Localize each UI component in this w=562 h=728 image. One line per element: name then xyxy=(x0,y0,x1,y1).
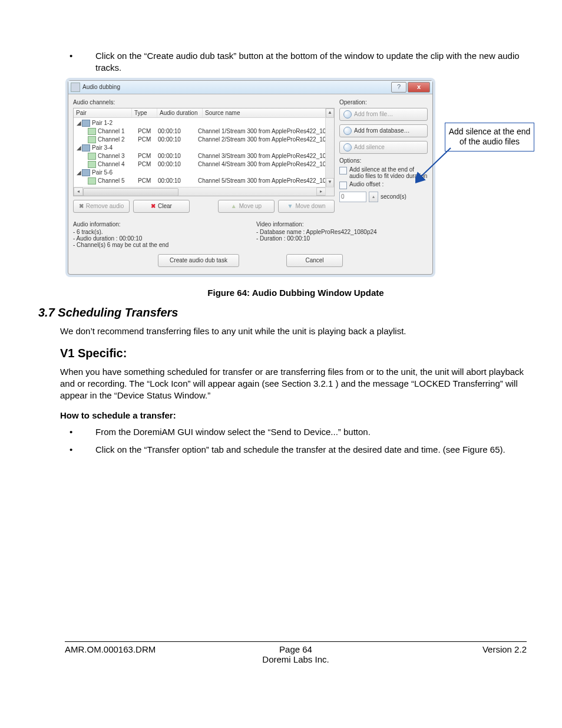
operation-label: Operation: xyxy=(339,99,428,106)
audio-dubbing-window: Audio dubbing ? x Audio channels: Pair T… xyxy=(68,80,433,275)
titlebar: Audio dubbing ? x xyxy=(68,81,432,94)
help-button[interactable]: ? xyxy=(391,82,406,93)
section-3-7-heading: 3.7 Scheduling Transfers xyxy=(38,306,527,319)
audio-information: Audio information: - 6 track(s). - Audio… xyxy=(73,221,244,248)
pair-name: Pair 1-2 xyxy=(92,120,145,126)
channel-row[interactable]: Channel 2 PCM 00:00:10 Channel 2/Stream … xyxy=(74,136,326,144)
col-duration: Audio duration xyxy=(157,108,203,117)
offset-unit-label: second(s) xyxy=(381,193,406,200)
channel-row[interactable]: Channel 3 PCM 00:00:10 Channel 3/Stream … xyxy=(74,152,326,160)
pair-name: Pair 3-4 xyxy=(92,144,145,151)
audio-channels-label: Audio channels: xyxy=(73,99,335,106)
remove-audio-button[interactable]: ✖Remove audio xyxy=(73,200,130,213)
pair-name: Pair 5-6 xyxy=(92,169,145,176)
horizontal-scrollbar[interactable]: ◂▸ xyxy=(74,187,326,196)
add-silence-button[interactable]: Add silence xyxy=(339,141,428,154)
channels-list[interactable]: Pair Type Audio duration Source name ◢ P… xyxy=(73,108,335,196)
li-send-to-device: From the DoremiAM GUI window select the … xyxy=(82,426,527,438)
add-from-file-icon xyxy=(343,110,352,118)
col-pair: Pair xyxy=(74,108,132,117)
cancel-button[interactable]: Cancel xyxy=(286,254,343,267)
channel-row[interactable]: Channel 5 PCM 00:00:10 Channel 5/Stream … xyxy=(74,177,326,185)
document-page: Click on the “Create audio dub task” but… xyxy=(0,0,562,681)
add-silence-tail-checkbox[interactable]: Add silence at the end of audio files to… xyxy=(339,166,428,180)
col-source: Source name xyxy=(203,108,334,117)
add-from-database-button[interactable]: Add from database… xyxy=(339,124,428,137)
intro-bullet-text: Click on the “Create audio dub task” but… xyxy=(95,51,520,73)
create-audio-dub-task-button[interactable]: Create audio dub task xyxy=(158,254,239,267)
add-from-file-button[interactable]: Add from file… xyxy=(339,108,428,121)
move-up-button[interactable]: ▲Move up xyxy=(218,200,275,213)
move-down-button[interactable]: ▼Move down xyxy=(278,200,335,213)
callout-add-silence: Add silence at the end of the audio file… xyxy=(445,123,534,151)
window-icon xyxy=(71,83,80,92)
footer-page-number: Page 64 xyxy=(219,644,372,654)
add-from-database-icon xyxy=(343,127,352,135)
pair-row[interactable]: ◢ Pair 1-2 xyxy=(74,119,326,127)
channel-row[interactable]: Channel 4 PCM 00:00:10 Channel 4/Stream … xyxy=(74,160,326,169)
footer-doc-id: AMR.OM.000163.DRM xyxy=(65,644,219,654)
close-button[interactable]: x xyxy=(408,82,430,93)
clear-button[interactable]: ✖Clear xyxy=(133,200,190,213)
audio-offset-spinner[interactable]: ▴ xyxy=(369,192,378,202)
pair-row[interactable]: ◢ Pair 3-4 xyxy=(74,144,326,152)
page-footer: AMR.OM.000163.DRM Page 64 Version 2.2 Do… xyxy=(65,641,527,664)
add-silence-icon xyxy=(343,143,352,151)
col-type: Type xyxy=(132,108,157,117)
audio-offset-checkbox[interactable]: Audio offset : xyxy=(339,181,428,189)
li-transfer-option: Click on the “Transfer option” tab and s… xyxy=(82,444,527,456)
channel-row[interactable]: Channel 1 PCM 00:00:10 Channel 1/Stream … xyxy=(74,127,326,136)
footer-org: Doremi Labs Inc. xyxy=(65,654,527,664)
p-no-transfer-during-playback: We don’t recommend transferring files to… xyxy=(60,325,527,337)
figure-64: Audio dubbing ? x Audio channels: Pair T… xyxy=(68,80,527,275)
footer-version: Version 2.2 xyxy=(373,644,527,654)
window-title: Audio dubbing xyxy=(82,84,120,90)
p-v1-specific: When you have something scheduled for tr… xyxy=(60,366,527,402)
intro-bullet: Click on the “Create audio dub task” but… xyxy=(82,50,527,74)
list-header: Pair Type Audio duration Source name xyxy=(74,108,334,118)
figure-caption: Figure 64: Audio Dubbing Window Update xyxy=(65,288,527,298)
video-information: Video information: - Database name : App… xyxy=(256,221,428,248)
pair-row[interactable]: ◢ Pair 5-6 xyxy=(74,169,326,177)
vertical-scrollbar[interactable]: ▲▼ xyxy=(325,108,334,187)
options-label: Options: xyxy=(339,157,428,164)
v1-specific-heading: V1 Specific: xyxy=(60,347,527,360)
how-to-schedule-heading: How to schedule a transfer: xyxy=(60,410,527,420)
audio-offset-input[interactable]: 0 xyxy=(339,192,366,202)
